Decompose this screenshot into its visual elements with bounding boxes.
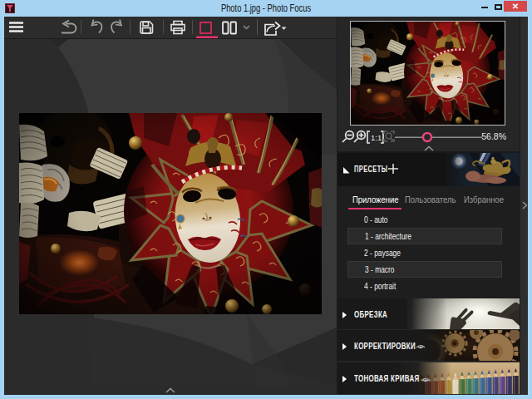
svg-text:1:1: 1:1 <box>371 133 382 142</box>
